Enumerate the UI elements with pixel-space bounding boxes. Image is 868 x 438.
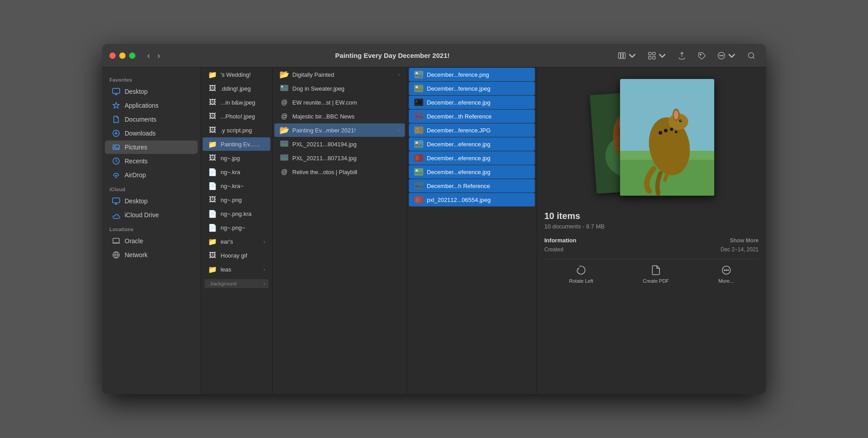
list-item[interactable]: PXL_20211...804194.jpg: [274, 137, 405, 151]
share-button[interactable]: [675, 49, 689, 62]
image-thumb-red-icon: [414, 153, 423, 162]
file-name: December...h Reference: [427, 183, 529, 189]
more-chevron-icon: [727, 51, 736, 60]
create-pdf-button[interactable]: Create PDF: [643, 265, 669, 284]
svg-point-12: [748, 53, 754, 58]
sidebar-item-icloud-drive[interactable]: iCloud Drive: [105, 208, 198, 222]
svg-rect-19: [113, 198, 120, 203]
nav-buttons: ‹ ›: [144, 49, 163, 61]
list-item[interactable]: December...ference.jpeg: [409, 82, 535, 95]
sidebar-item-label: Applications: [125, 102, 159, 109]
minimize-button[interactable]: [119, 53, 126, 59]
created-value: Dec 2–14, 2021: [720, 246, 759, 253]
rotate-left-button[interactable]: Rotate Left: [569, 265, 593, 284]
sidebar-item-label: Documents: [125, 116, 156, 123]
svg-point-11: [723, 55, 724, 56]
file-icon: 📄: [208, 167, 217, 176]
svg-rect-28: [414, 85, 423, 92]
group-button[interactable]: [645, 49, 669, 62]
file-name: December...th Reference: [427, 113, 529, 120]
list-item[interactable]: 🖼 .dding!.jpeg: [203, 82, 270, 95]
sidebar-item-label: Desktop: [125, 197, 148, 205]
svg-rect-25: [280, 154, 288, 161]
list-item[interactable]: 🖼 ...Photo!.jpeg: [203, 110, 270, 123]
list-item[interactable]: pxl_202112...06554.jpeg: [409, 193, 535, 206]
svg-point-59: [664, 129, 668, 132]
search-icon: [747, 51, 756, 60]
svg-point-10: [721, 55, 722, 56]
list-item[interactable]: 🖼 ng~.png: [203, 193, 270, 206]
file-name: PXL_20211...807134.jpg: [292, 155, 399, 162]
sidebar-item-oracle[interactable]: Oracle: [105, 234, 198, 248]
list-item[interactable]: 🖼 .y script.png: [203, 123, 270, 137]
list-item[interactable]: 🖼 Hooray gif: [203, 249, 270, 262]
item-count: 10 items: [544, 211, 759, 221]
search-button[interactable]: [744, 49, 759, 62]
file-name: ng~.jpg: [221, 155, 265, 162]
back-button[interactable]: ‹: [144, 49, 153, 61]
list-item[interactable]: 🖼 ...in b&w.jpeg: [203, 96, 270, 109]
svg-rect-22: [280, 85, 288, 91]
file-name: 's Wedding!: [221, 71, 265, 78]
tag-button[interactable]: [694, 49, 709, 62]
list-item[interactable]: December...eference.jpg: [409, 137, 535, 151]
list-item[interactable]: 📂 Digitally Painted ›: [274, 68, 405, 81]
list-item[interactable]: December...h Reference: [409, 179, 535, 193]
zoom-button[interactable]: [129, 53, 135, 59]
list-item-active[interactable]: 📁 Painting Ev...mber 2021!: [203, 137, 270, 151]
file-name: Hooray gif: [221, 252, 265, 259]
list-item[interactable]: December...eference.jpg: [409, 165, 535, 179]
laptop-icon: [112, 237, 120, 245]
sidebar-item-applications[interactable]: Applications: [105, 99, 198, 112]
recents-icon: [112, 157, 120, 165]
icloud-label: iCloud: [102, 182, 200, 194]
sidebar-item-airdrop[interactable]: AirDrop: [105, 168, 198, 182]
svg-rect-35: [416, 128, 419, 133]
svg-point-32: [416, 101, 418, 102]
sidebar-item-desktop[interactable]: Desktop: [105, 85, 198, 98]
list-item[interactable]: Dog in Sweater.jpeg: [274, 82, 405, 95]
sidebar-item-label: AirDrop: [125, 171, 146, 179]
list-item[interactable]: 📄 ng~.kra: [203, 165, 270, 179]
close-button[interactable]: [109, 53, 116, 59]
image-thumb-dark-icon: [414, 98, 423, 107]
list-item[interactable]: 📄 ng~.png~: [203, 221, 270, 234]
list-item[interactable]: 📁 leas ›: [203, 263, 270, 276]
list-item[interactable]: December...ference.JPG: [409, 123, 535, 137]
folder-icon: 📁: [208, 265, 217, 274]
list-item-active[interactable]: 📂 Painting Ev...mber 2021! ›: [274, 123, 405, 137]
list-item[interactable]: @ EW reunite...st | EW.com: [274, 96, 405, 109]
list-item[interactable]: @ Majestic bir...BBC News: [274, 110, 405, 123]
list-item[interactable]: December...eference.jpg: [409, 96, 535, 109]
icloud-icon: [112, 211, 120, 219]
svg-point-64: [726, 270, 727, 271]
desktop-icon: [112, 88, 120, 96]
svg-point-7: [700, 54, 701, 55]
file-name: EW reunite...st | EW.com: [292, 99, 399, 106]
more-actions-button[interactable]: [714, 49, 739, 62]
sidebar-item-documents[interactable]: Documents: [105, 113, 198, 126]
list-item[interactable]: 📁 's Wedding!: [203, 68, 270, 81]
show-more-button[interactable]: Show More: [730, 237, 759, 244]
list-item[interactable]: 📄 ng~.kra~: [203, 179, 270, 193]
sidebar-item-network[interactable]: Network: [105, 248, 198, 262]
sidebar-item-recents[interactable]: Recents: [105, 154, 198, 168]
sidebar-item-pictures[interactable]: Pictures: [105, 140, 198, 154]
list-item[interactable]: December...eference.jpg: [409, 151, 535, 165]
forward-button[interactable]: ›: [155, 49, 163, 61]
window-title: Painting Every Day December 2021!: [170, 52, 615, 59]
sidebar-item-icloud-desktop[interactable]: Desktop: [105, 194, 198, 208]
favorites-label: Favorites: [102, 73, 200, 84]
list-item[interactable]: @ Relive the...otos | Playbill: [274, 165, 405, 179]
list-item[interactable]: December...ference.png: [409, 68, 535, 81]
svg-rect-26: [414, 71, 423, 78]
more-button[interactable]: More...: [718, 265, 733, 284]
file-panes: 📁 's Wedding! 🖼 .dding!.jpeg 🖼 ...in b&w…: [201, 67, 766, 394]
list-item[interactable]: December...th Reference: [409, 110, 535, 123]
list-item[interactable]: 🖼 ng~.jpg: [203, 151, 270, 165]
view-toggle-button[interactable]: [615, 49, 639, 62]
list-item[interactable]: 📄 ng~.png.kra: [203, 207, 270, 220]
sidebar-item-downloads[interactable]: Downloads: [105, 127, 198, 140]
list-item[interactable]: 📁 ear's ›: [203, 235, 270, 248]
list-item[interactable]: PXL_20211...807134.jpg: [274, 151, 405, 165]
